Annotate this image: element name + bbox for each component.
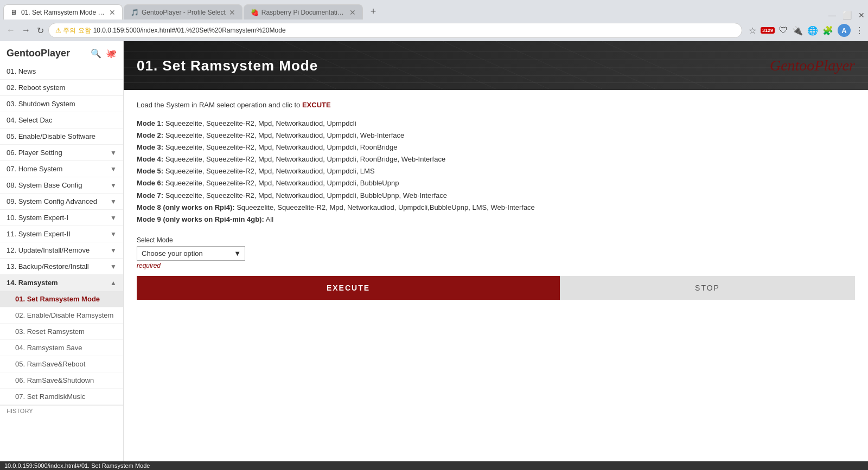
tab-1-favicon: 🖥 <box>10 9 18 16</box>
puzzle-icon[interactable]: 🧩 <box>822 25 833 36</box>
tab-2-close[interactable]: ✕ <box>229 9 235 16</box>
sidebar-subitem-set-ramdisk-music[interactable]: 07. Set RamdiskMusic <box>0 389 123 405</box>
header-logo: GentooPlayer <box>770 57 855 74</box>
sidebar-subitem-enable-disable-ramsystem[interactable]: 02. Enable/Disable Ramsystem <box>0 307 123 324</box>
tab-bar: 🖥 01. Set Ramsystem Mode - Ge... ✕ 🎵 Gen… <box>0 0 868 20</box>
update-arrow: ▼ <box>110 247 117 254</box>
bookmark-icon[interactable]: ☆ <box>749 25 756 36</box>
toolbar-icons: ☆ 3129 🛡 🔌 🌐 🧩 A ⋮ <box>749 24 864 37</box>
tab-1-close[interactable]: ✕ <box>109 9 116 16</box>
tab-1-title: 01. Set Ramsystem Mode - Ge... <box>21 9 106 16</box>
description-text: Load the System in RAM select operation … <box>137 101 302 109</box>
notification-badge: 3129 <box>761 27 775 34</box>
menu-icon[interactable]: ⋮ <box>855 25 864 36</box>
back-button[interactable]: ← <box>4 24 17 36</box>
tab-1[interactable]: 🖥 01. Set Ramsystem Mode - Ge... ✕ <box>3 4 123 20</box>
svg-line-12 <box>602 41 709 89</box>
sidebar-item-system-base-label: 08. System Base Config <box>7 181 82 189</box>
main-area: 01. Set Ramsystem Mode GentooPlayer Load… <box>124 41 868 461</box>
mode-line: Mode 4: Squeezelite, Squeezelite-R2, Mpd… <box>137 153 855 165</box>
sidebar-item-enable-disable[interactable]: 05. Enable/Disable Software <box>0 128 123 145</box>
minimize-button[interactable]: — <box>828 11 836 20</box>
forward-button[interactable]: → <box>20 24 33 36</box>
sidebar-item-reboot-label: 02. Reboot system <box>7 83 65 92</box>
adblocker-icon[interactable]: 🛡 <box>779 25 788 35</box>
sidebar-item-system-advanced[interactable]: 09. System Config Advanced ▼ <box>0 194 123 210</box>
page-description: Load the System in RAM select operation … <box>137 101 855 109</box>
select-wrapper: Choose your option Mode 1Mode 2Mode 3Mod… <box>137 246 245 261</box>
sidebar-item-expert1[interactable]: 10. System Expert-I ▼ <box>0 210 123 226</box>
restore-button[interactable]: ⬜ <box>843 11 852 20</box>
mode-line: Mode 3: Squeezelite, Squeezelite-R2, Mpd… <box>137 141 855 153</box>
sidebar-item-expert2[interactable]: 11. System Expert-II ▼ <box>0 226 123 242</box>
sidebar-subitem-ramsystem-save[interactable]: 04. Ramsystem Save <box>0 340 123 356</box>
sidebar-subitem-reset-ramsystem-label: 03. Reset Ramsystem <box>15 327 85 336</box>
sidebar-item-ramsystem-label: 14. Ramsystem <box>7 279 58 287</box>
extension-icon[interactable]: 🔌 <box>792 25 803 36</box>
backup-arrow: ▼ <box>110 263 117 271</box>
svg-line-7 <box>336 41 443 89</box>
sidebar-item-home-system-label: 07. Home System <box>7 165 62 173</box>
tab-3-close[interactable]: ✕ <box>349 9 356 16</box>
tab-2[interactable]: 🎵 GentooPlayer - Profile Select ✕ <box>124 4 242 20</box>
expert2-arrow: ▼ <box>110 230 117 238</box>
sidebar-item-backup[interactable]: 13. Backup/Restore/Install ▼ <box>0 259 123 275</box>
tab-2-title: GentooPlayer - Profile Select <box>142 9 226 16</box>
new-tab-button[interactable]: + <box>366 6 381 17</box>
main-header: 01. Set Ramsystem Mode GentooPlayer <box>124 41 868 90</box>
svg-line-10 <box>496 41 602 89</box>
sidebar-header-icons: 🔍 🐙 <box>91 48 117 59</box>
sidebar-footer-text: HISTORY <box>7 408 33 414</box>
sidebar-subitem-set-ramsystem-mode[interactable]: 01. Set Ramsystem Mode <box>0 291 123 307</box>
sidebar-item-select-dac-label: 04. Select Dac <box>7 116 53 124</box>
sidebar: GentooPlayer 🔍 🐙 01. News 02. Reboot sys… <box>0 41 124 461</box>
sidebar-item-system-advanced-label: 09. System Config Advanced <box>7 197 97 205</box>
stop-button[interactable]: STOP <box>560 276 855 300</box>
system-base-arrow: ▼ <box>110 182 117 189</box>
sidebar-logo: GentooPlayer <box>7 48 70 59</box>
profile-icon[interactable]: A <box>838 24 851 37</box>
github-icon[interactable]: 🐙 <box>106 48 117 59</box>
sidebar-item-ramsystem[interactable]: 14. Ramsystem ▲ <box>0 275 123 291</box>
sidebar-item-news-label: 01. News <box>7 67 36 75</box>
mode-label: Mode 2: <box>137 131 163 139</box>
sidebar-subitem-reset-ramsystem[interactable]: 03. Reset Ramsystem <box>0 324 123 340</box>
sidebar-item-update-label: 12. Update/Install/Remove <box>7 246 90 254</box>
execute-button[interactable]: EXECUTE <box>137 276 560 300</box>
sidebar-item-system-base[interactable]: 08. System Base Config ▼ <box>0 177 123 194</box>
modes-list: Mode 1: Squeezelite, Squeezelite-R2, Mpd… <box>137 118 855 226</box>
home-system-arrow: ▼ <box>110 165 117 173</box>
search-icon[interactable]: 🔍 <box>91 48 101 59</box>
select-section: Select Mode Choose your option Mode 1Mod… <box>137 236 855 269</box>
mode-select[interactable]: Choose your option Mode 1Mode 2Mode 3Mod… <box>137 246 245 261</box>
sidebar-item-shutdown[interactable]: 03. Shutdown System <box>0 96 123 112</box>
url-warning: ⚠ 주의 요함 <box>55 26 91 35</box>
tab-2-favicon: 🎵 <box>131 9 138 16</box>
expert1-arrow: ▼ <box>110 214 117 222</box>
close-button[interactable]: ✕ <box>858 11 865 20</box>
sidebar-item-select-dac[interactable]: 04. Select Dac <box>0 112 123 128</box>
mode-line: Mode 5: Squeezelite, Squeezelite-R2, Mpd… <box>137 165 855 177</box>
mode-label: Mode 5: <box>137 167 163 175</box>
sidebar-item-home-system[interactable]: 07. Home System ▼ <box>0 161 123 177</box>
url-bar[interactable]: ⚠ 주의 요함 10.0.0.159:5000/index.html#/01.%… <box>48 23 742 38</box>
sidebar-header: GentooPlayer 🔍 🐙 <box>0 41 123 63</box>
mode-line: Mode 1: Squeezelite, Squeezelite-R2, Mpd… <box>137 118 855 130</box>
global-icon[interactable]: 🌐 <box>807 25 818 36</box>
sidebar-item-news[interactable]: 01. News <box>0 63 123 80</box>
sidebar-item-player-setting[interactable]: 06. Player Setting ▼ <box>0 145 123 161</box>
status-url: 10.0.0.159:5000/index.html#/01. Set Rams… <box>4 462 150 469</box>
reload-button[interactable]: ↻ <box>35 24 46 37</box>
sidebar-item-reboot[interactable]: 02. Reboot system <box>0 80 123 96</box>
sidebar-subitem-ramsave-reboot-label: 05. RamSave&Reboot <box>15 360 85 368</box>
sidebar-subitem-ramsave-reboot[interactable]: 05. RamSave&Reboot <box>0 356 123 372</box>
sidebar-subitem-enable-disable-ramsystem-label: 02. Enable/Disable Ramsystem <box>15 311 113 319</box>
status-bar: 10.0.0.159:5000/index.html#/01. Set Rams… <box>0 461 868 470</box>
sidebar-subitem-ramsave-shutdown[interactable]: 06. RamSave&Shutdown <box>0 372 123 389</box>
sidebar-subitem-set-ramdisk-music-label: 07. Set RamdiskMusic <box>15 392 85 401</box>
player-setting-arrow: ▼ <box>110 149 117 157</box>
sidebar-item-update[interactable]: 12. Update/Install/Remove ▼ <box>0 242 123 259</box>
sidebar-subitem-ramsave-shutdown-label: 06. RamSave&Shutdown <box>15 376 94 384</box>
address-bar: ← → ↻ ⚠ 주의 요함 10.0.0.159:5000/index.html… <box>0 20 868 41</box>
tab-3[interactable]: 🍓 Raspberry Pi Documentation -... ✕ <box>244 4 363 20</box>
